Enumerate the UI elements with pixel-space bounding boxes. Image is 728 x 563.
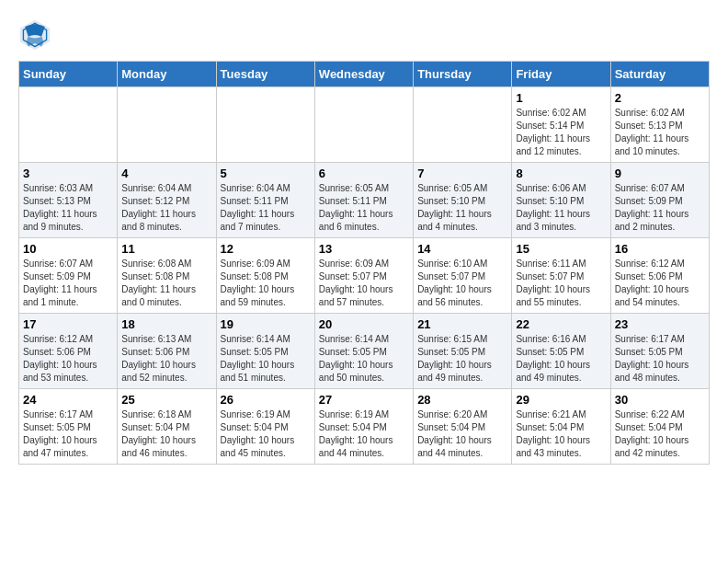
calendar-cell: 28Sunrise: 6:20 AM Sunset: 5:04 PM Dayli… — [414, 389, 512, 465]
day-number: 8 — [516, 167, 606, 180]
day-info: Sunrise: 6:02 AM Sunset: 5:14 PM Dayligh… — [516, 107, 606, 158]
calendar-header: SundayMondayTuesdayWednesdayThursdayFrid… — [19, 62, 710, 87]
day-number: 7 — [417, 167, 507, 180]
calendar-cell: 26Sunrise: 6:19 AM Sunset: 5:04 PM Dayli… — [216, 389, 314, 465]
day-info: Sunrise: 6:17 AM Sunset: 5:05 PM Dayligh… — [615, 333, 705, 385]
page-header — [18, 18, 710, 52]
calendar-cell: 25Sunrise: 6:18 AM Sunset: 5:04 PM Dayli… — [118, 389, 216, 465]
day-info: Sunrise: 6:03 AM Sunset: 5:13 PM Dayligh… — [23, 182, 113, 234]
day-number: 29 — [516, 393, 606, 407]
calendar-cell: 13Sunrise: 6:09 AM Sunset: 5:07 PM Dayli… — [314, 238, 413, 314]
calendar-cell: 27Sunrise: 6:19 AM Sunset: 5:04 PM Dayli… — [314, 389, 413, 465]
calendar-cell: 10Sunrise: 6:07 AM Sunset: 5:09 PM Dayli… — [19, 238, 118, 314]
day-info: Sunrise: 6:14 AM Sunset: 5:05 PM Dayligh… — [319, 333, 409, 385]
day-info: Sunrise: 6:06 AM Sunset: 5:10 PM Dayligh… — [516, 182, 606, 234]
day-number: 10 — [23, 242, 113, 256]
weekday-header: Thursday — [414, 62, 512, 87]
day-number: 12 — [221, 242, 311, 256]
day-info: Sunrise: 6:21 AM Sunset: 5:04 PM Dayligh… — [516, 408, 606, 460]
day-info: Sunrise: 6:19 AM Sunset: 5:04 PM Dayligh… — [319, 408, 409, 460]
day-info: Sunrise: 6:04 AM Sunset: 5:11 PM Dayligh… — [221, 182, 311, 234]
calendar-week-row: 17Sunrise: 6:12 AM Sunset: 5:06 PM Dayli… — [19, 314, 710, 389]
weekday-header: Tuesday — [216, 62, 314, 87]
calendar-cell: 4Sunrise: 6:04 AM Sunset: 5:12 PM Daylig… — [118, 163, 216, 238]
calendar-cell: 30Sunrise: 6:22 AM Sunset: 5:04 PM Dayli… — [610, 389, 709, 465]
day-info: Sunrise: 6:09 AM Sunset: 5:08 PM Dayligh… — [221, 258, 311, 309]
day-number: 21 — [417, 317, 507, 331]
calendar-cell: 22Sunrise: 6:16 AM Sunset: 5:05 PM Dayli… — [512, 314, 610, 389]
calendar-cell: 17Sunrise: 6:12 AM Sunset: 5:06 PM Dayli… — [19, 314, 118, 389]
day-info: Sunrise: 6:07 AM Sunset: 5:09 PM Dayligh… — [615, 182, 705, 234]
calendar-cell — [19, 87, 118, 163]
calendar-cell: 2Sunrise: 6:02 AM Sunset: 5:13 PM Daylig… — [610, 87, 709, 163]
calendar-cell: 29Sunrise: 6:21 AM Sunset: 5:04 PM Dayli… — [512, 389, 610, 465]
day-info: Sunrise: 6:13 AM Sunset: 5:06 PM Dayligh… — [121, 333, 211, 385]
day-info: Sunrise: 6:22 AM Sunset: 5:04 PM Dayligh… — [615, 408, 705, 460]
day-info: Sunrise: 6:05 AM Sunset: 5:11 PM Dayligh… — [319, 182, 409, 234]
day-number: 23 — [615, 317, 705, 331]
day-number: 14 — [417, 242, 507, 256]
day-info: Sunrise: 6:07 AM Sunset: 5:09 PM Dayligh… — [23, 258, 113, 309]
calendar-cell: 9Sunrise: 6:07 AM Sunset: 5:09 PM Daylig… — [610, 163, 709, 238]
calendar-cell: 18Sunrise: 6:13 AM Sunset: 5:06 PM Dayli… — [118, 314, 216, 389]
calendar-cell: 20Sunrise: 6:14 AM Sunset: 5:05 PM Dayli… — [314, 314, 413, 389]
day-info: Sunrise: 6:08 AM Sunset: 5:08 PM Dayligh… — [121, 258, 211, 309]
calendar-cell: 15Sunrise: 6:11 AM Sunset: 5:07 PM Dayli… — [512, 238, 610, 314]
day-number: 19 — [221, 317, 311, 331]
day-number: 5 — [221, 167, 311, 180]
day-info: Sunrise: 6:14 AM Sunset: 5:05 PM Dayligh… — [221, 333, 311, 385]
day-info: Sunrise: 6:15 AM Sunset: 5:05 PM Dayligh… — [417, 333, 507, 385]
calendar-week-row: 1Sunrise: 6:02 AM Sunset: 5:14 PM Daylig… — [19, 87, 710, 163]
calendar-week-row: 24Sunrise: 6:17 AM Sunset: 5:05 PM Dayli… — [19, 389, 710, 465]
weekday-header: Monday — [118, 62, 216, 87]
day-number: 6 — [319, 167, 409, 180]
day-number: 13 — [319, 242, 409, 256]
day-number: 16 — [615, 242, 705, 256]
day-number: 18 — [121, 317, 211, 331]
calendar-cell: 12Sunrise: 6:09 AM Sunset: 5:08 PM Dayli… — [216, 238, 314, 314]
calendar-cell: 16Sunrise: 6:12 AM Sunset: 5:06 PM Dayli… — [610, 238, 709, 314]
calendar-cell: 23Sunrise: 6:17 AM Sunset: 5:05 PM Dayli… — [610, 314, 709, 389]
calendar-cell: 14Sunrise: 6:10 AM Sunset: 5:07 PM Dayli… — [414, 238, 512, 314]
weekday-header: Sunday — [19, 62, 118, 87]
day-number: 9 — [615, 167, 705, 180]
day-info: Sunrise: 6:12 AM Sunset: 5:06 PM Dayligh… — [23, 333, 113, 385]
calendar-cell — [314, 87, 413, 163]
day-info: Sunrise: 6:19 AM Sunset: 5:04 PM Dayligh… — [221, 408, 311, 460]
calendar-body: 1Sunrise: 6:02 AM Sunset: 5:14 PM Daylig… — [19, 87, 710, 465]
calendar-cell: 3Sunrise: 6:03 AM Sunset: 5:13 PM Daylig… — [19, 163, 118, 238]
calendar-week-row: 3Sunrise: 6:03 AM Sunset: 5:13 PM Daylig… — [19, 163, 710, 238]
day-number: 26 — [221, 393, 311, 407]
day-number: 2 — [615, 91, 705, 105]
day-info: Sunrise: 6:17 AM Sunset: 5:05 PM Dayligh… — [23, 408, 113, 460]
calendar-cell: 7Sunrise: 6:05 AM Sunset: 5:10 PM Daylig… — [414, 163, 512, 238]
calendar-cell — [414, 87, 512, 163]
calendar-cell: 5Sunrise: 6:04 AM Sunset: 5:11 PM Daylig… — [216, 163, 314, 238]
day-number: 22 — [516, 317, 606, 331]
day-info: Sunrise: 6:18 AM Sunset: 5:04 PM Dayligh… — [121, 408, 211, 460]
weekday-header: Wednesday — [314, 62, 413, 87]
calendar-cell: 8Sunrise: 6:06 AM Sunset: 5:10 PM Daylig… — [512, 163, 610, 238]
day-info: Sunrise: 6:20 AM Sunset: 5:04 PM Dayligh… — [417, 408, 507, 460]
day-number: 11 — [121, 242, 211, 256]
calendar-week-row: 10Sunrise: 6:07 AM Sunset: 5:09 PM Dayli… — [19, 238, 710, 314]
day-number: 25 — [121, 393, 211, 407]
calendar-cell: 21Sunrise: 6:15 AM Sunset: 5:05 PM Dayli… — [414, 314, 512, 389]
day-number: 30 — [615, 393, 705, 407]
day-info: Sunrise: 6:05 AM Sunset: 5:10 PM Dayligh… — [417, 182, 507, 234]
day-number: 15 — [516, 242, 606, 256]
day-info: Sunrise: 6:09 AM Sunset: 5:07 PM Dayligh… — [319, 258, 409, 309]
day-number: 17 — [23, 317, 113, 331]
day-info: Sunrise: 6:02 AM Sunset: 5:13 PM Dayligh… — [615, 107, 705, 158]
day-info: Sunrise: 6:16 AM Sunset: 5:05 PM Dayligh… — [516, 333, 606, 385]
day-number: 27 — [319, 393, 409, 407]
day-number: 28 — [417, 393, 507, 407]
weekday-header: Friday — [512, 62, 610, 87]
day-info: Sunrise: 6:10 AM Sunset: 5:07 PM Dayligh… — [417, 258, 507, 309]
day-number: 4 — [121, 167, 211, 180]
calendar-cell: 1Sunrise: 6:02 AM Sunset: 5:14 PM Daylig… — [512, 87, 610, 163]
day-number: 24 — [23, 393, 113, 407]
calendar-cell: 11Sunrise: 6:08 AM Sunset: 5:08 PM Dayli… — [118, 238, 216, 314]
calendar-cell: 24Sunrise: 6:17 AM Sunset: 5:05 PM Dayli… — [19, 389, 118, 465]
calendar-cell: 19Sunrise: 6:14 AM Sunset: 5:05 PM Dayli… — [216, 314, 314, 389]
